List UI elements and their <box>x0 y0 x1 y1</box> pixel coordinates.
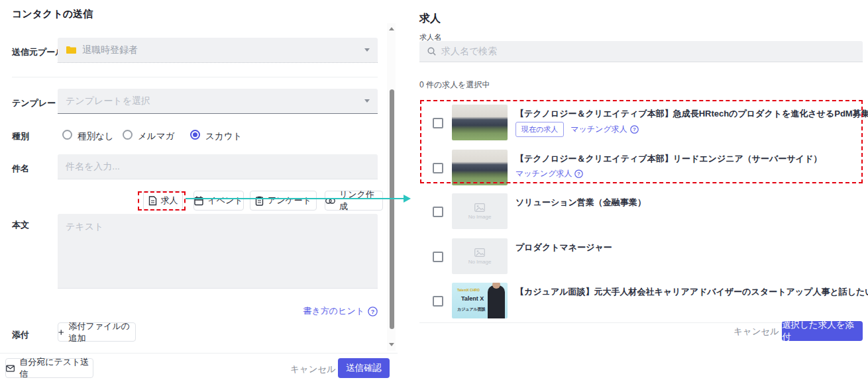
job-thumbnail-photo: TalentX CHRO Talent X カジュアル面談 <box>452 283 508 318</box>
chevron-down-icon <box>364 48 370 52</box>
writing-hint-label: 書き方のヒント <box>303 305 364 317</box>
no-image-label: No Image <box>468 214 492 220</box>
writing-hint-link[interactable]: 書き方のヒント ? <box>265 305 378 317</box>
job-checkbox[interactable] <box>433 207 443 217</box>
search-icon <box>427 47 436 56</box>
template-label: テンプレート <box>12 97 65 109</box>
attachment-label: 添付 <box>12 329 29 341</box>
job-title: 【カジュアル面談】元大手人材会社キャリアアドバイザーのスタートアップ人事と話した… <box>515 286 868 298</box>
source-pool-label: 送信元プール <box>12 46 64 58</box>
job-list-item[interactable]: No Image プロダクトマネージャー <box>419 238 863 275</box>
chevron-down-icon <box>364 99 370 103</box>
job-search-input[interactable]: 求人名で検索 <box>419 41 863 62</box>
calendar-icon <box>194 196 203 206</box>
job-search-placeholder: 求人名で検索 <box>441 46 497 58</box>
svg-text:?: ? <box>578 171 581 177</box>
add-attachment-label: 添付ファイルの追加 <box>68 320 135 344</box>
job-thumbnail-photo <box>452 105 508 140</box>
job-title: 【テクノロジー＆クリエイティブ本部】リードエンジニア（サーバーサイド） <box>515 153 822 165</box>
test-send-label: 自分宛にテスト送信 <box>19 356 93 380</box>
thumb-caption: カジュアル面談 <box>457 307 486 312</box>
job-list-item[interactable]: No Image ソリューション営業（金融事業） <box>419 193 863 230</box>
plus-icon <box>58 329 64 336</box>
template-placeholder: テンプレートを選択 <box>66 95 150 107</box>
jobs-panel-title: 求人 <box>419 12 441 26</box>
question-circle-icon: ? <box>368 307 378 316</box>
svg-text:?: ? <box>633 126 636 132</box>
insert-job-label: 求人 <box>161 195 178 207</box>
job-thumbnail-photo <box>452 150 508 185</box>
test-send-button[interactable]: 自分宛にテスト送信 <box>5 358 93 378</box>
job-checkbox[interactable] <box>433 252 443 262</box>
job-list-item[interactable]: TalentX CHRO Talent X カジュアル面談 【カジュアル面談】元… <box>419 283 863 320</box>
matching-job-link[interactable]: マッチング求人 ? <box>515 168 583 179</box>
footer-divider <box>0 353 398 354</box>
insert-link-label: リンク作成 <box>339 189 382 213</box>
mail-icon <box>6 365 15 372</box>
matching-job-label: マッチング求人 <box>515 168 572 179</box>
radio-type-mailmag-label[interactable]: メルマガ <box>138 130 174 142</box>
scrollbar-thumb[interactable] <box>390 89 394 329</box>
insert-survey-label: アンケート <box>268 195 311 207</box>
no-image-label: No Image <box>468 259 492 265</box>
matching-job-link[interactable]: マッチング求人 ? <box>570 124 638 135</box>
annotation-arrow-line <box>186 198 404 199</box>
document-icon <box>148 196 157 206</box>
radio-type-scout-label[interactable]: スカウト <box>205 130 242 142</box>
question-circle-icon: ? <box>574 169 583 178</box>
radio-type-none[interactable] <box>62 130 72 140</box>
body-placeholder: テキスト <box>66 221 103 233</box>
job-title: プロダクトマネージャー <box>515 242 612 254</box>
matching-job-label: マッチング求人 <box>570 124 627 135</box>
source-pool-value: 退職時登録者 <box>82 44 138 56</box>
insert-survey-button[interactable]: アンケート <box>250 191 317 211</box>
thumb-caption: Talent X <box>461 295 484 302</box>
image-icon <box>474 248 485 257</box>
send-confirm-button[interactable]: 送信確認 <box>338 358 390 378</box>
section-divider <box>12 77 378 77</box>
radio-type-scout[interactable] <box>190 130 200 140</box>
job-list-item[interactable]: 【テクノロジー＆クリエイティブ本部】急成長HRtechのプロダクトを進化させるP… <box>419 105 863 142</box>
radio-type-none-label[interactable]: 種別なし <box>78 130 114 142</box>
question-circle-icon: ? <box>630 125 639 134</box>
subject-label: 件名 <box>12 163 29 175</box>
job-thumbnail-placeholder: No Image <box>452 193 508 229</box>
insert-job-button[interactable]: 求人 <box>143 191 183 211</box>
job-list-item[interactable]: 【テクノロジー＆クリエイティブ本部】リードエンジニア（サーバーサイド） マッチン… <box>419 150 863 187</box>
job-checkbox[interactable] <box>433 296 443 307</box>
subject-placeholder: 件名を入力... <box>66 161 120 173</box>
image-icon <box>474 203 485 212</box>
page-title: コンタクトの送信 <box>12 8 93 21</box>
folder-icon <box>66 46 76 54</box>
scrollbar-down-icon[interactable] <box>389 343 394 346</box>
type-label: 種別 <box>12 130 29 142</box>
job-title: 【テクノロジー＆クリエイティブ本部】急成長HRtechのプロダクトを進化させるP… <box>515 108 868 120</box>
body-textarea[interactable]: テキスト <box>58 214 378 289</box>
add-attachment-button[interactable]: 添付ファイルの追加 <box>58 322 136 342</box>
current-job-badge: 現在の求人 <box>515 122 564 137</box>
job-checkbox[interactable] <box>433 118 443 128</box>
clipboard-icon <box>255 196 264 206</box>
attach-selected-jobs-button[interactable]: 選択した求人を添付 <box>782 321 863 341</box>
job-title: ソリューション営業（金融事業） <box>515 197 646 209</box>
jobs-cancel-button[interactable]: キャンセル <box>733 326 779 338</box>
source-pool-select[interactable]: 退職時登録者 <box>58 38 378 63</box>
selection-status: 0 件の求人を選択中 <box>419 79 490 91</box>
svg-text:?: ? <box>371 308 375 314</box>
job-checkbox[interactable] <box>433 163 443 173</box>
annotation-arrow-head-icon <box>404 195 411 203</box>
cancel-button[interactable]: キャンセル <box>290 363 336 375</box>
subject-input[interactable]: 件名を入力... <box>58 154 378 179</box>
radio-type-mailmag[interactable] <box>123 130 133 140</box>
insert-event-label: イベント <box>207 195 243 207</box>
person-figure <box>488 285 505 318</box>
scrollbar-up-icon[interactable] <box>389 27 394 30</box>
body-label: 本文 <box>12 219 29 231</box>
job-thumbnail-placeholder: No Image <box>452 238 508 274</box>
insert-link-button[interactable]: リンク作成 <box>325 191 383 211</box>
template-select[interactable]: テンプレートを選択 <box>58 89 378 114</box>
thumb-caption: TalentX CHRO <box>457 288 480 292</box>
insert-event-button[interactable]: イベント <box>193 191 244 211</box>
